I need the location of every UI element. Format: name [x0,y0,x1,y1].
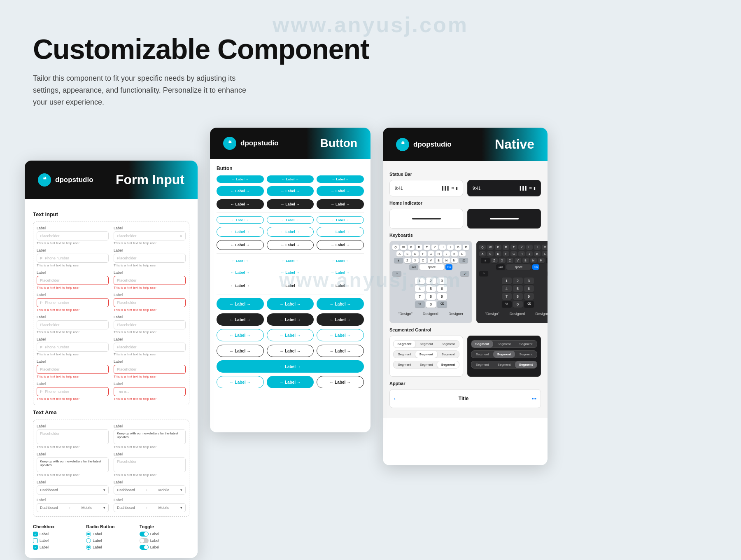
btn-dark-filled-lg-3[interactable]: ← Label → [317,313,364,326]
key-q-dark[interactable]: Q [479,245,486,250]
key-c-dark[interactable]: C [507,258,513,263]
btn-dark-ghost-md-1[interactable]: ← Label → [217,281,264,291]
key-k[interactable]: K [451,251,458,257]
btn-cyan-filled-lg-2[interactable]: ← Label → [267,298,314,310]
input-box-12[interactable]: Placeholder [114,343,186,352]
toggle-item-1[interactable]: Label [140,532,189,537]
key-c[interactable]: C [420,258,426,263]
key-0[interactable]: 0 [426,301,436,308]
segment-item-2a[interactable]: Segment [394,351,415,358]
key-g[interactable]: G [428,251,434,257]
radio-3[interactable] [86,545,91,550]
input-box-16[interactable]: This is... [114,387,186,396]
appbar-back[interactable]: ‹ [394,396,396,401]
seg-d-3c[interactable]: Segment [515,361,537,368]
appbar-action[interactable]: ••• [531,396,536,401]
input-box-7[interactable]: Phone number [37,298,109,307]
input-box-6[interactable]: Placeholder [114,276,186,285]
checkbox-2[interactable] [33,538,38,543]
btn-dark-filled-md-3[interactable]: ← Label → [317,199,364,209]
key-g-dark[interactable]: G [510,251,517,257]
seg-d-2c[interactable]: Segment [515,351,537,358]
radio-item-2[interactable]: Label [86,538,136,543]
btn-cyan-filled-sm-3[interactable]: ← Label → [317,175,364,183]
input-box-15[interactable]: Phone number [37,387,109,396]
btn-cyan-filled-sm-2[interactable]: ← Label → [267,175,314,183]
seg-d-1a[interactable]: Segment [471,341,493,348]
segment-item-1a[interactable]: Segment [394,341,415,348]
key-8[interactable]: 8 [426,293,436,300]
btn-dark-outline-lg-1[interactable]: ← Label → [217,345,264,357]
seg-d-1b[interactable]: Segment [493,341,515,348]
key-z-dark[interactable]: Z [491,258,498,263]
btn-last-2[interactable]: ← Label → [267,376,313,388]
btn-dark-filled-lg-1[interactable]: ← Label → [217,313,264,326]
segment-item-3c[interactable]: Segment [437,361,459,368]
key-a-dark[interactable]: A [479,251,486,257]
radio-item-1[interactable]: Label [86,532,136,537]
key-6-dark[interactable]: 6 [524,285,534,292]
segment-item-1b[interactable]: Segment [415,341,437,348]
key-r-dark[interactable]: R [503,245,509,250]
btn-last-1[interactable]: ← Label → [217,376,264,388]
checkbox-item-1[interactable]: Label [33,532,83,537]
key-x-dark[interactable]: X [499,258,506,263]
key-k-dark[interactable]: K [534,251,541,257]
key-l[interactable]: L [459,251,466,257]
btn-cyan-outline-sm-3[interactable]: ← Label → [317,216,364,224]
btn-cyan-filled-sm-1[interactable]: ← Label → [217,175,264,183]
toggle-item-3[interactable]: Label [140,545,189,550]
key-9[interactable]: 9 [437,293,447,300]
dropdown-4[interactable]: Dashboard › Mobile ▾ [114,503,186,512]
key-3-dark[interactable]: 3 [524,278,534,284]
btn-dark-filled-lg-2[interactable]: ← Label → [267,313,314,326]
btn-dark-outline-lg-2[interactable]: ← Label → [267,345,314,357]
key-a[interactable]: A [396,251,403,257]
key-m-dark[interactable]: M [538,258,545,263]
key-y-dark[interactable]: Y [518,245,525,250]
toggle-1[interactable] [140,532,149,537]
btn-dark-outline-md-2[interactable]: ← Label → [267,240,314,250]
key-num-dark[interactable]: 123 [496,264,505,270]
key-mic-light[interactable]: 🎤 [460,271,469,276]
segment-item-2c[interactable]: Segment [437,351,459,358]
key-del[interactable]: ⌫ [437,301,447,308]
key-j-dark[interactable]: J [526,251,533,257]
input-box-13[interactable]: Placeholder [37,365,109,374]
key-5-dark[interactable]: 5 [513,285,523,292]
key-return-light[interactable]: Go [445,264,452,270]
key-j[interactable]: J [443,251,450,257]
textarea-2[interactable]: Keep up with our newsletters for the lat… [114,429,186,444]
checkbox-3[interactable] [33,545,38,550]
key-n-dark[interactable]: N [530,258,537,263]
btn-cyan-ghost-sm-3[interactable]: ← Label → [317,257,364,264]
btn-special-1[interactable]: ← Label → [217,360,364,373]
btn-dark-filled-md-1[interactable]: ← Label → [217,199,264,209]
key-2-dark[interactable]: 2 [513,278,523,284]
key-shift-dark[interactable]: ⬆ [481,258,490,263]
key-7[interactable]: 7 [415,293,425,300]
btn-cyan-outline-sm-1[interactable]: ← Label → [217,216,264,224]
key-9-dark[interactable]: 9 [524,293,534,300]
key-num-light[interactable]: 123 [409,264,418,270]
checkbox-1[interactable] [33,532,38,537]
key-d-dark[interactable]: D [495,251,501,257]
key-y[interactable]: Y [431,245,438,250]
input-box-5[interactable]: Placeholder [37,276,109,285]
key-emoji-dark[interactable]: ☺ [479,271,488,276]
key-s-dark[interactable]: S [487,251,494,257]
dropdown-1[interactable]: Dashboard▾ [37,485,109,495]
key-m[interactable]: M [451,258,458,263]
key-star[interactable]: *# [415,301,425,308]
seg-d-2b[interactable]: Segment [493,351,515,358]
key-e-dark[interactable]: E [495,245,501,250]
input-box-10[interactable]: Placeholder [114,320,186,329]
btn-cyan-outline-lg-3[interactable]: ← Label → [317,329,364,341]
segment-item-3b[interactable]: Segment [415,361,437,368]
btn-cyan-filled-md-1[interactable]: ← Label → [217,186,264,196]
dropdown-3[interactable]: Dashboard › Mobile ▾ [37,503,109,512]
key-u-dark[interactable]: U [526,245,533,250]
input-box-2[interactable]: Placeholder ✕ [114,231,186,240]
key-8-dark[interactable]: 8 [513,293,523,300]
btn-cyan-ghost-sm-1[interactable]: ← Label → [217,257,264,264]
